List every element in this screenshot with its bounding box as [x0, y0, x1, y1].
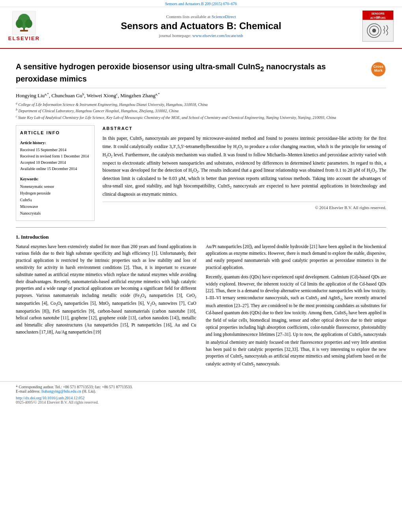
article-info-header: ARTICLE INFO: [20, 130, 90, 137]
svg-text:ACTUATORS: ACTUATORS: [370, 17, 385, 19]
elsevier-tree-icon: [12, 11, 36, 35]
keyword-3: CuInS₂: [20, 196, 90, 203]
affiliation-c: c State Key Lab of Analytical Chemistry …: [16, 114, 386, 120]
sensors-logo-graphic: SENSORS AND ACTUATORS: [362, 11, 394, 41]
footer-section: * Corresponding author. Tel.: +86 571 87…: [0, 381, 402, 408]
journal-center: Contents lists available at ScienceDirec…: [42, 14, 360, 38]
abstract-text: In this paper, CuInS2 nanocrystals are p…: [102, 135, 386, 198]
email-line: E-mail address: liuhangying@hdu.edu.cn (…: [16, 389, 386, 393]
sensors-logo-box: SENSORS AND ACTUATORS: [360, 10, 396, 42]
introduction-body: Natural enzymes have been extensively st…: [16, 243, 386, 371]
elsevier-logo: ELSEVIER: [6, 11, 42, 41]
article-title: A sensitive hydrogen peroxide biosensor …: [16, 61, 370, 84]
svg-point-13: [372, 29, 376, 33]
authors-section: Hongying Liua,*, Chunchuan Gub, Weiwei X…: [16, 92, 386, 99]
journal-homepage: journal homepage: www.elsevier.com/locat…: [42, 33, 360, 38]
affiliations: a College of Life Information Science & …: [16, 101, 386, 120]
journal-header: Sensors and Actuators B 209 (2015) 670–6…: [0, 0, 402, 49]
available-date: Available online 15 December 2014: [20, 166, 90, 172]
journal-citation: Sensors and Actuators B 209 (2015) 670–6…: [165, 2, 237, 6]
accepted-date: Accepted 10 December 2014: [20, 159, 90, 166]
intro-text-right: Au/Pt nanoparticles [20]), and layered d…: [206, 243, 386, 369]
received-date: Received 15 September 2014: [20, 147, 90, 153]
keyword-5: Nanocrystals: [20, 210, 90, 217]
abstract-header: ABSTRACT: [102, 125, 386, 132]
svg-point-3: [16, 19, 23, 28]
abstract-section: ABSTRACT In this paper, CuInS2 nanocryst…: [102, 125, 386, 211]
keyword-1: Nonenzymatic sensor: [20, 183, 90, 190]
email-note: (H. Liu).: [82, 389, 96, 393]
author-4: Mingzhen Zhanga,*: [120, 93, 160, 98]
journal-name: Sensors and Actuators B: Chemical: [42, 20, 360, 32]
contents-link: Contents lists available at ScienceDirec…: [42, 14, 360, 19]
svg-text:SENSORS: SENSORS: [371, 12, 385, 15]
abstract-col: ABSTRACT In this paper, CuInS2 nanocryst…: [102, 125, 386, 221]
keyword-2: Hydrogen peroxide: [20, 190, 90, 196]
author-3: Weiwei Xiongc: [87, 93, 118, 98]
elsevier-text: ELSEVIER: [8, 35, 40, 41]
sensors-actuators-logo: SENSORS AND ACTUATORS: [362, 10, 394, 42]
keywords-list: Nonenzymatic sensor Hydrogen peroxide Cu…: [20, 183, 90, 217]
journal-title-row: ELSEVIER Contents lists available at Sci…: [0, 7, 402, 45]
corresponding-note: * Corresponding author. Tel.: +86 571 87…: [16, 385, 386, 389]
homepage-link[interactable]: www.elsevier.com/locate/snb: [192, 33, 243, 38]
footer-copyright: 0925-4005/© 2014 Elsevier B.V. All right…: [16, 400, 386, 404]
article-content: A sensitive hydrogen peroxide biosensor …: [0, 49, 402, 377]
section-divider: [16, 227, 386, 228]
introduction-section: 1. Introduction Natural enzymes have bee…: [16, 234, 386, 371]
article-info-col: ARTICLE INFO Article history: Received 1…: [16, 125, 95, 221]
intro-col-right: Au/Pt nanoparticles [20]), and layered d…: [206, 243, 386, 371]
introduction-heading: 1. Introduction: [16, 234, 386, 240]
received-revised-date: Received in revised form 1 December 2014: [20, 153, 90, 159]
svg-text:Mark: Mark: [374, 69, 383, 72]
keywords-title: Keywords:: [20, 176, 90, 182]
article-title-section: A sensitive hydrogen peroxide biosensor …: [16, 55, 386, 88]
affiliation-a: a College of Life Information Science & …: [16, 101, 386, 108]
article-info-box: ARTICLE INFO Article history: Received 1…: [16, 125, 95, 221]
journal-citation-bar: Sensors and Actuators B 209 (2015) 670–6…: [0, 0, 402, 7]
intro-text-left: Natural enzymes have been extensively st…: [16, 243, 196, 336]
email-link[interactable]: liuhangying@hdu.edu.cn: [41, 389, 81, 393]
intro-col-left: Natural enzymes have been extensively st…: [16, 243, 196, 371]
svg-rect-5: [20, 30, 28, 32]
doi-link[interactable]: http://dx.doi.org/10.1016/j.snb.2014.12.…: [16, 396, 85, 400]
keyword-4: Microwave: [20, 203, 90, 210]
svg-text:Cross: Cross: [373, 65, 383, 69]
affiliation-b: b Department of Clinical Laboratory, Han…: [16, 108, 386, 114]
sciencedirect-link[interactable]: ScienceDirect: [212, 14, 236, 19]
email-label: E-mail address:: [16, 389, 40, 393]
svg-point-4: [25, 19, 32, 28]
author-1: Hongying Liua,*: [16, 93, 49, 98]
article-history-title: Article history:: [20, 140, 90, 146]
author-2: Chunchuan Gub: [52, 93, 84, 98]
copyright-line: © 2014 Elsevier B.V. All rights reserved…: [102, 202, 386, 211]
crossmark-logo[interactable]: Cross Mark: [370, 61, 386, 77]
article-info-abstract: ARTICLE INFO Article history: Received 1…: [16, 125, 386, 221]
